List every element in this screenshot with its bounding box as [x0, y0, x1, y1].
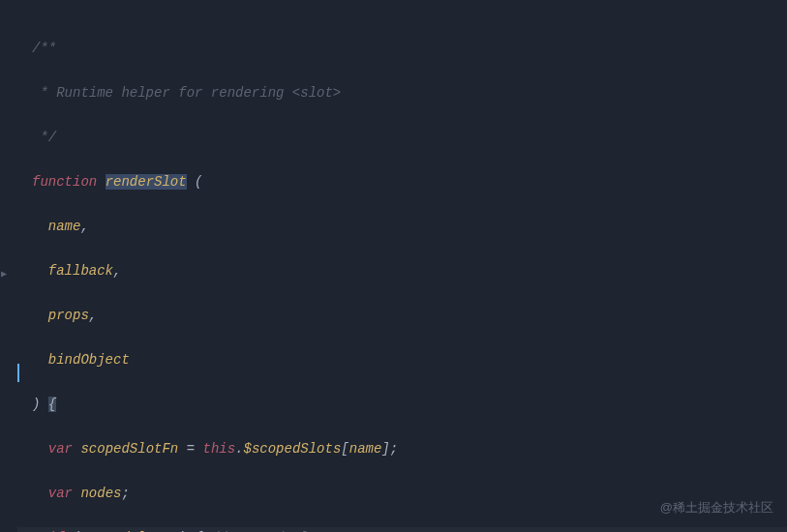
param-bindObject: bindObject — [48, 352, 130, 368]
param-props: props — [48, 308, 89, 323]
code-editor[interactable]: /** * Runtime helper for rendering <slot… — [0, 0, 787, 532]
editor-cursor — [17, 364, 19, 382]
function-name: renderSlot — [106, 174, 187, 190]
code-line: */ — [32, 127, 787, 149]
paren: ( — [195, 174, 202, 190]
ref-name: name — [349, 441, 382, 457]
fold-arrow-icon[interactable]: ▶ — [1, 263, 7, 285]
code-line: fallback, — [32, 260, 787, 282]
keyword-function: function — [32, 174, 97, 190]
prop-scopedSlots: $scopedSlots — [244, 441, 342, 457]
editor-gutter: ▶ — [0, 0, 17, 532]
comment-text: * Runtime helper for rendering <slot> — [32, 85, 341, 101]
code-line-highlighted: if (scopedSlotFn) { // scoped slot··· — [0, 527, 787, 532]
code-line: name, — [32, 216, 787, 238]
watermark-text: @稀土掘金技术社区 — [660, 496, 773, 518]
keyword-this: this — [202, 441, 235, 457]
var-nodes: nodes — [80, 486, 121, 501]
brace-open: { — [48, 397, 56, 412]
var-scopedSlotFn: scopedSlotFn — [80, 441, 178, 457]
code-line: props, — [32, 305, 787, 327]
keyword-var: var — [48, 441, 73, 457]
param-fallback: fallback — [48, 263, 113, 279]
code-line: function renderSlot ( — [32, 171, 787, 193]
code-line: * Runtime helper for rendering <slot> — [32, 82, 787, 104]
param-name: name — [48, 219, 81, 234]
keyword-var: var — [48, 486, 73, 501]
comment-text: */ — [32, 130, 56, 145]
code-line: var scopedSlotFn = this.$scopedSlots[nam… — [32, 438, 787, 460]
code-line: bindObject — [32, 349, 787, 371]
code-line: /** — [32, 38, 787, 60]
comment-text: /** — [32, 41, 56, 56]
code-line: ) { — [32, 394, 787, 416]
